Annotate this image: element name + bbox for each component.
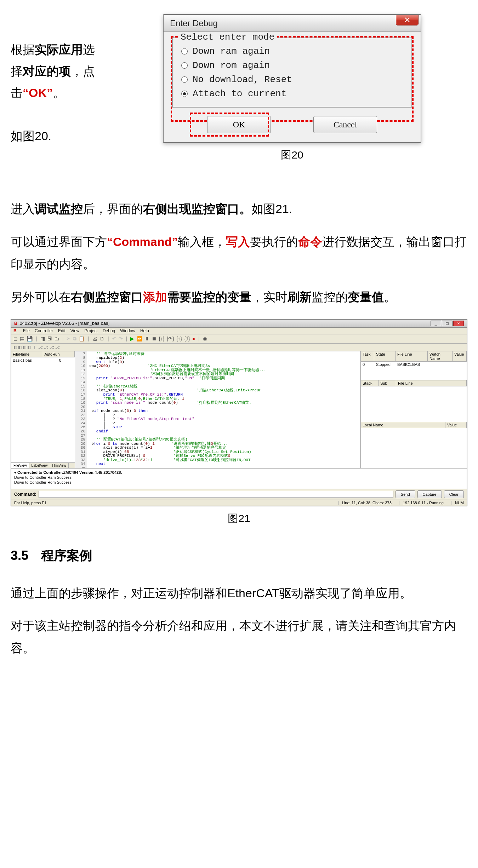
output-panel: ▾ Connected to Controller:ZMC464 Version… [11,468,467,489]
section-3-5-p2: 对于该主站控制器的指令分析介绍和应用，本文不进行扩展，请关注和查询其官方内容。 [11,615,467,659]
file-panel: FileName AutoRun Basic1.bas0 FileView La… [11,351,75,468]
toolbar-row2[interactable]: ◧ ◧ ◧ ◧|⎇ ⎇ ⎇ ⎇ [11,344,467,351]
send-button[interactable]: Send [396,490,415,498]
task-list[interactable]: 0 Stopped BASIC1.BAS [361,362,467,380]
para2: 可以通过界面下方“Command”输入框，写入要执行的命令进行数据交互，输出窗口… [11,231,467,275]
tab-fileview[interactable]: FileView [11,463,29,468]
figure21-caption: 图21 [228,511,250,526]
file-list[interactable]: Basic1.bas0 [11,357,75,462]
clear-button[interactable]: Clear [444,490,464,498]
radio-down-rom[interactable]: Down rom again [181,60,403,71]
maximize-icon[interactable]: □ [442,321,453,326]
ide-title: 0402.zpj - ZDevelop V2.66 - [main_bas.ba… [19,321,109,326]
radio-attach[interactable]: Attach to current [181,88,403,99]
menubar[interactable]: B File Controller Edit View Project Debu… [11,328,467,334]
status-line: Line: 11, Col: 38, Chars: 373 [338,501,392,505]
radio-no-download[interactable]: No download, Reset [181,74,403,85]
ok-button[interactable]: OK [207,116,271,133]
cancel-button[interactable]: Cancel [313,116,377,133]
section-3-5-p1: 通过上面的步骤操作，对正运动控制器和EtherCAT驱动器实现了简单应用。 [11,582,467,604]
intro-ref: 如图20. [11,125,106,147]
minimize-icon[interactable]: _ [431,321,441,326]
dialog-title: Enter Debug [170,18,218,28]
local-list[interactable] [361,428,467,464]
close-icon[interactable]: ✕ [396,15,419,25]
line-gutter: 7 8 9 10 11 12 13 14 15 16 17 18 19 20 2… [75,351,87,468]
radio-down-ram[interactable]: Down ram again [181,46,403,57]
stack-list[interactable] [361,386,467,422]
enter-debug-dialog: Enter Debug ✕ Select enter mode Down ram… [163,14,421,143]
tab-hmiview[interactable]: HmiView [50,463,69,468]
tab-labelview[interactable]: LabelView [29,463,50,468]
app-logo-icon: B [14,321,17,326]
group-legend: Select enter mode [178,32,277,42]
status-num: NUM [451,501,464,505]
section-3-5-title: 3.5 程序案例 [11,547,467,564]
toolbar[interactable]: ◻▤💾| ◨🖫🗀| ✂⧉📋| 🖨🗋| ↶↷| ▶⏩⏸⏹ {↓}{↷}{↑}{⤴}… [11,334,467,344]
capture-button[interactable]: Capture [417,490,442,498]
intro-text: 根据实际应用选择对应的项，点击“OK”。 如图20. [11,14,106,147]
close-icon[interactable]: × [453,321,464,326]
command-input[interactable] [39,491,393,498]
figure20-caption: 图20 [281,148,303,162]
zdevelop-window: B 0402.zpj - ZDevelop V2.66 - [main_bas.… [11,319,467,506]
status-help: For Help, press F1 [14,501,332,505]
para3: 另外可以在右侧监控窗口添加需要监控的变量，实时刷新监控的变量值。 [11,286,467,308]
enter-mode-group: Select enter mode Down ram again Down ro… [172,38,412,108]
status-ip: 192.168.0.11 - Running [399,501,444,505]
para1: 进入调试监控后，界面的右侧出现监控窗口。如图21. [11,198,467,220]
command-label: Command: [14,492,36,497]
code-editor[interactable]: '''清空运动缓冲,延时等待 rapidstop(2) wait idle(0)… [87,351,360,468]
